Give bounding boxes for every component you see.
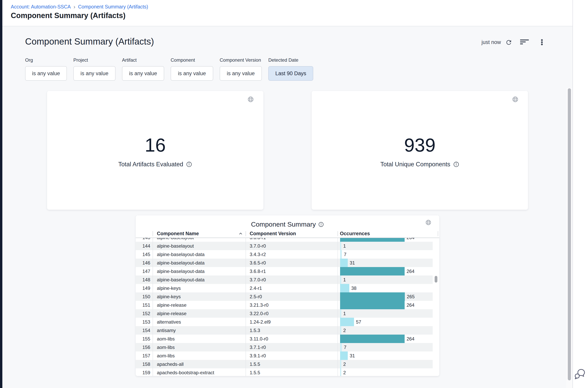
component-version-cell: 2.5-r0 <box>245 292 338 301</box>
table-scrollbar-thumb[interactable] <box>435 276 437 283</box>
occurrences-cell: 2 <box>338 368 433 376</box>
tile-label: Total Unique Components <box>380 161 450 168</box>
occurrences-cell: 31 <box>338 351 433 360</box>
component-version-cell: 1.24-2.el9 <box>245 318 338 326</box>
filter-label: Org <box>25 57 67 63</box>
table-row[interactable]: 152 alpine-release 3.22.0-r0 1 <box>136 309 433 318</box>
component-name-cell: alpine-release <box>152 301 245 309</box>
table-row[interactable]: 158 apacheds-all 1.5.5 2 <box>136 360 433 368</box>
component-name-cell: antisamy <box>152 326 245 335</box>
column-header-component-version[interactable]: Component Version <box>245 230 338 238</box>
dashboard-title: Component Summary (Artifacts) <box>25 36 154 47</box>
column-header-occurrences[interactable]: Occurrences <box>338 230 439 238</box>
row-index: 145 <box>136 250 152 259</box>
filter-group-project: Project is any value <box>73 57 115 81</box>
component-version-cell: 2.4-r1 <box>245 284 338 292</box>
filter-value-button-org[interactable]: is any value <box>25 66 67 81</box>
filter-value-button-detected-date[interactable]: Last 90 Days <box>268 66 313 81</box>
row-index: 152 <box>136 309 152 318</box>
filter-icon <box>520 39 529 45</box>
info-icon[interactable] <box>186 161 192 168</box>
filter-value-button-component[interactable]: is any value <box>171 66 213 81</box>
occurrence-value: 264 <box>407 238 414 240</box>
filter-value-button-component-version[interactable]: is any value <box>220 66 262 81</box>
occurrences-cell: 2 <box>338 360 433 368</box>
column-separator <box>438 231 438 236</box>
occurrence-bar <box>340 351 348 360</box>
table-row[interactable]: 143 alpine-baselayout 3.6.8-r1 264 <box>136 238 433 242</box>
occurrences-cell: 2 <box>338 326 433 335</box>
occurrence-bar <box>340 238 405 242</box>
info-icon[interactable] <box>453 161 459 168</box>
table-row[interactable]: 156 aom-libs 3.7.1-r0 7 <box>136 343 433 351</box>
last-refreshed-text: just now <box>481 39 501 45</box>
component-name-cell: alpine-baselayout-data <box>152 275 245 284</box>
occurrence-value: 7 <box>344 345 346 350</box>
occurrence-value: 1 <box>343 243 346 249</box>
table-row[interactable]: 147 alpine-baselayout-data 3.6.8-r1 264 <box>136 267 433 275</box>
chat-widget-button[interactable] <box>574 367 587 380</box>
row-index: 158 <box>136 360 152 368</box>
occurrences-cell: 57 <box>338 318 433 326</box>
row-index: 150 <box>136 292 152 301</box>
occurrence-value: 264 <box>407 269 414 274</box>
occurrence-bar <box>340 309 341 318</box>
occurrence-value: 1 <box>343 311 346 316</box>
occurrence-bar <box>340 259 348 267</box>
component-name-cell: alpine-baselayout-data <box>152 259 245 267</box>
component-name-cell: alpine-keys <box>152 292 245 301</box>
breadcrumb-account-link[interactable]: Account: Automation-SSCA <box>11 4 71 10</box>
table-row[interactable]: 149 alpine-keys 2.4-r1 38 <box>136 284 433 292</box>
occurrence-value: 7 <box>344 252 346 257</box>
row-index: 149 <box>136 284 152 292</box>
table-row[interactable]: 146 alpine-baselayout-data 3.6.5-r0 31 <box>136 259 433 267</box>
occurrences-cell: 264 <box>338 267 433 275</box>
row-index: 151 <box>136 301 152 309</box>
filter-value-button-project[interactable]: is any value <box>73 66 115 81</box>
occurrence-bar <box>340 335 405 343</box>
occurrence-bar <box>340 360 341 368</box>
top-bar: Account: Automation-SSCA › Component Sum… <box>2 0 572 26</box>
column-header-component-name[interactable]: Component Name <box>152 230 245 238</box>
table-row[interactable]: 145 alpine-baselayout-data 3.4.3-r2 7 <box>136 250 433 259</box>
component-name-cell: apacheds-bootstrap-extract <box>152 368 245 376</box>
collapsed-sidebar <box>0 0 2 388</box>
component-name-cell: alpine-keys <box>152 284 245 292</box>
table-row[interactable]: 159 apacheds-bootstrap-extract 1.5.5 2 <box>136 368 433 376</box>
column-separator <box>152 231 153 236</box>
table-row[interactable]: 150 alpine-keys 2.5-r0 265 <box>136 292 433 301</box>
dashboard-filters-button[interactable] <box>520 39 529 45</box>
row-index: 159 <box>136 368 152 376</box>
refresh-button[interactable] <box>505 39 512 46</box>
occurrence-bar <box>340 284 349 292</box>
component-name-cell: alpine-baselayout <box>152 238 245 242</box>
page-scrollbar-thumb[interactable] <box>568 88 571 380</box>
component-version-cell: 3.21.3-r0 <box>245 301 338 309</box>
tile-total-artifacts: 16 Total Artifacts Evaluated <box>47 91 263 210</box>
occurrence-value: 31 <box>350 353 355 359</box>
filter-label: Component Version <box>220 57 262 63</box>
occurrence-value: 57 <box>356 319 361 325</box>
occurrences-cell: 1 <box>338 242 433 250</box>
table-row[interactable]: 154 antisamy 1.5.3 2 <box>136 326 433 335</box>
table-row[interactable]: 153 alternatives 1.24-2.el9 57 <box>136 318 433 326</box>
globe-icon <box>425 219 432 226</box>
info-icon[interactable] <box>318 221 324 227</box>
column-separator <box>338 231 338 236</box>
dashboard-more-menu-button[interactable] <box>540 39 544 45</box>
globe-icon <box>247 96 254 103</box>
occurrences-cell: 1 <box>338 309 433 318</box>
occurrences-cell: 264 <box>338 301 433 309</box>
tile-label: Total Artifacts Evaluated <box>118 161 183 168</box>
filter-value-button-artifact[interactable]: is any value <box>122 66 164 81</box>
table-row[interactable]: 155 aom-libs 3.11.0-r0 264 <box>136 335 433 343</box>
occurrence-value: 264 <box>407 336 414 342</box>
table-row[interactable]: 148 alpine-baselayout-data 3.7.0-r0 1 <box>136 275 433 284</box>
row-index: 146 <box>136 259 152 267</box>
table-row[interactable]: 151 alpine-release 3.21.3-r0 264 <box>136 301 433 309</box>
table-row[interactable]: 144 alpine-baselayout 3.7.0-r0 1 <box>136 242 433 250</box>
table-row[interactable]: 157 aom-libs 3.9.1-r0 31 <box>136 351 433 360</box>
component-version-cell: 3.11.0-r0 <box>245 335 338 343</box>
filter-group-org: Org is any value <box>25 57 67 81</box>
breadcrumb-page-link[interactable]: Component Summary (Artifacts) <box>78 4 148 10</box>
